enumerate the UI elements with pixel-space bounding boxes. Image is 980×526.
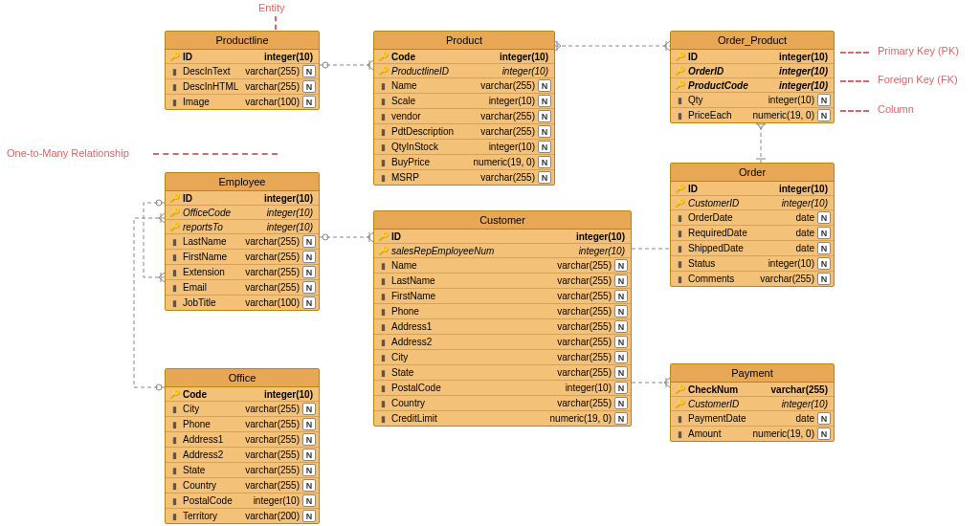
table-row: 🔑IDinteger(10) [166,50,319,64]
column-type: integer(10) [500,52,548,62]
nullable-badge: N [302,281,316,294]
column-name: ID [183,52,264,62]
nullable-badge: N [302,296,316,309]
nullable-badge: N [817,257,831,270]
nullable-badge: N [817,227,831,239]
nullable-badge: N [614,412,628,425]
column-name: OrderID [688,66,779,77]
column-name: Territory [183,511,245,521]
column-name: CheckNum [688,384,771,395]
nullable-badge: N [614,290,628,302]
nullable-badge: N [614,336,628,348]
foreign-key-icon: 🔑 [674,79,685,91]
column-icon: ▮ [377,142,389,153]
column-type: varchar(255) [480,172,535,183]
entity-product: Product🔑Codeinteger(10)🔑ProductlineIDint… [373,31,555,186]
column-name: PdtDescription [391,126,480,137]
table-row: ▮FirstNamevarchar(255)N [374,289,631,304]
column-type: varchar(255) [557,398,612,408]
entity-title: Payment [671,364,834,383]
column-name: DescInText [183,66,245,77]
table-row: ▮MSRPvarchar(255)N [374,170,554,185]
table-row: ▮PdtDescriptionvarchar(255)N [374,124,554,140]
column-type: integer(10) [576,231,625,242]
nullable-badge: N [538,171,551,184]
nullable-badge: N [538,110,551,122]
column-name: PostalCode [391,383,566,393]
column-name: Image [183,97,245,107]
column-name: Address2 [391,337,557,347]
column-type: numeric(19, 0) [550,413,612,424]
column-name: MSRP [391,172,480,183]
entity-order-product: Order_Product🔑IDinteger(10)🔑OrderIDinteg… [670,31,835,123]
column-type: integer(10) [254,495,300,506]
nullable-badge: N [302,433,316,446]
foreign-key-icon: 🔑 [674,197,685,208]
table-row: 🔑Codeinteger(10) [166,387,319,402]
table-row: 🔑CheckNumvarchar(255) [671,383,834,397]
table-row: 🔑OfficeCodeinteger(10) [166,206,319,220]
table-row: ▮Extensionvarchar(255)N [166,265,319,280]
nullable-badge: N [817,427,831,440]
column-icon: ▮ [168,282,180,294]
table-row: ▮QtyInStockinteger(10)N [374,140,554,155]
column-icon: ▮ [168,434,180,446]
column-name: Name [391,260,557,271]
column-type: varchar(255) [557,367,612,378]
column-name: ShippedDate [688,243,796,253]
table-row: ▮Cityvarchar(255)N [166,402,319,417]
table-row: ▮LastNamevarchar(255)N [374,274,631,289]
table-row: ▮Emailvarchar(255)N [166,280,319,296]
column-name: DescInHTML [183,81,245,92]
foreign-key-icon: 🔑 [377,245,389,256]
column-type: varchar(255) [771,384,828,395]
table-row: 🔑IDinteger(10) [671,50,834,64]
column-icon: ▮ [674,212,685,224]
column-name: Code [391,52,500,62]
nullable-badge: N [302,464,316,476]
column-icon: ▮ [674,413,685,425]
nullable-badge: N [614,397,628,409]
column-type: varchar(255) [760,274,814,284]
column-name: Extension [183,267,245,277]
table-row: ▮Scaleinteger(10)N [374,94,554,109]
column-type: integer(10) [267,208,313,218]
column-type: integer(10) [489,96,535,106]
entity-employee: Employee🔑IDinteger(10)🔑OfficeCodeinteger… [165,172,320,311]
table-row: ▮BuyPricenumeric(19, 0)N [374,155,554,170]
column-name: ID [391,231,576,242]
column-icon: ▮ [168,97,180,108]
column-icon: ▮ [168,511,180,522]
column-type: varchar(200) [245,511,300,521]
column-type: integer(10) [264,389,313,400]
column-name: ProductCode [688,80,779,91]
column-name: PaymentDate [688,413,796,424]
column-type: varchar(255) [557,352,612,362]
annotation-entity-line [275,16,277,30]
table-row: ▮LastNamevarchar(255)N [166,234,319,250]
entity-title: Office [166,369,319,387]
table-row: ▮ShippedDatedateN [671,241,834,256]
key-icon: 🔑 [377,51,389,62]
column-name: LastName [183,236,245,247]
table-row: ▮Address1varchar(255)N [166,432,319,448]
foreign-key-icon: 🔑 [674,398,685,409]
column-icon: ▮ [377,96,389,107]
entity-title: Order_Product [671,32,834,50]
annotation-relationship: One-to-Many Relationship [7,147,129,159]
nullable-badge: N [614,259,628,272]
column-type: integer(10) [782,399,828,409]
nullable-badge: N [817,412,831,425]
column-type: integer(10) [779,66,828,77]
column-type: varchar(255) [557,275,612,286]
column-name: City [183,404,245,414]
column-icon: ▮ [168,480,180,492]
nullable-badge: N [302,449,316,461]
table-row: ▮Imagevarchar(100)N [166,95,319,109]
table-row: ▮Territoryvarchar(200)N [166,509,319,523]
nullable-badge: N [302,494,316,507]
nullable-badge: N [538,79,551,92]
column-type: date [796,243,814,253]
column-type: numeric(19, 0) [753,428,814,439]
nullable-badge: N [614,351,628,363]
